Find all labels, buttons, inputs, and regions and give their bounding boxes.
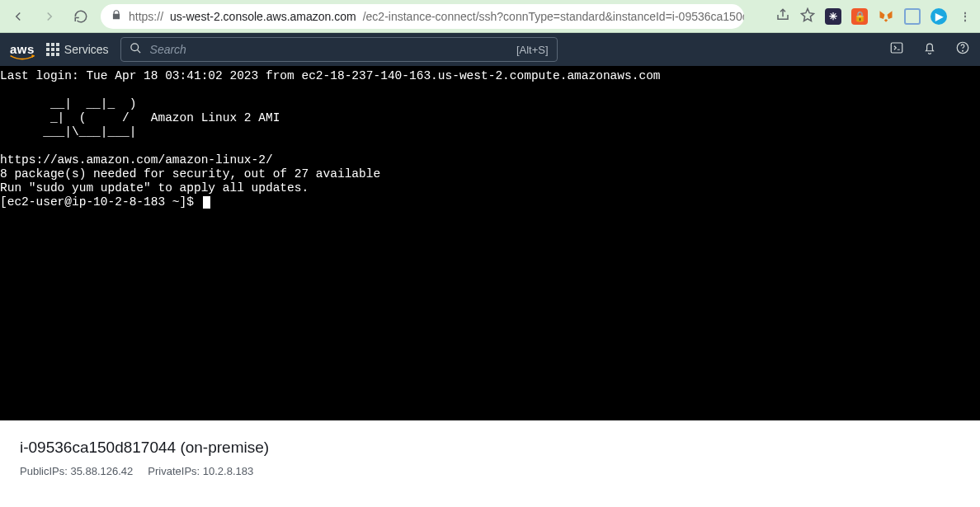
svg-point-0 xyxy=(130,44,138,51)
overflow-menu-icon[interactable]: ⋮ xyxy=(957,8,973,25)
search-placeholder: Search xyxy=(150,43,508,56)
extension-icon-3[interactable] xyxy=(878,8,894,25)
public-ips: PublicIPs: 35.88.126.42 xyxy=(20,465,133,477)
terminal-last-login: Last login: Tue Apr 18 03:41:02 2023 fro… xyxy=(0,69,661,82)
terminal-ascii-line2: _| ( / Amazon Linux 2 AMI xyxy=(0,111,280,124)
terminal-prompt: [ec2-user@ip-10-2-8-183 ~]$ xyxy=(0,195,201,209)
share-icon[interactable] xyxy=(775,7,790,26)
forward-button[interactable] xyxy=(38,5,61,28)
aws-swoosh-icon xyxy=(8,54,36,61)
search-icon xyxy=(130,42,142,57)
terminal-link: https://aws.amazon.com/amazon-linux-2/ xyxy=(0,153,273,167)
ssh-terminal[interactable]: Last login: Tue Apr 18 03:41:02 2023 fro… xyxy=(0,66,980,420)
cloudshell-icon[interactable] xyxy=(889,40,904,59)
private-ips: PrivateIPs: 10.2.8.183 xyxy=(148,465,253,477)
reload-button[interactable] xyxy=(69,5,92,28)
instance-label: i-09536ca150d817044 (on-premise) xyxy=(20,439,960,457)
address-bar[interactable]: https://us-west-2.console.aws.amazon.com… xyxy=(101,4,744,29)
search-shortcut: [Alt+S] xyxy=(516,44,549,56)
aws-logo[interactable]: aws xyxy=(10,42,35,58)
extension-icon-4[interactable] xyxy=(904,8,921,25)
terminal-ascii-line3: ___|\___|___| xyxy=(0,125,136,138)
help-icon[interactable] xyxy=(955,40,970,59)
terminal-ascii-line1: __| __|_ ) xyxy=(0,97,136,110)
bookmark-icon[interactable] xyxy=(800,7,815,26)
terminal-security: 8 package(s) needed for security, out of… xyxy=(0,167,380,181)
instance-footer: i-09536ca150d817044 (on-premise) PublicI… xyxy=(0,420,980,507)
terminal-cursor xyxy=(203,196,210,209)
aws-search[interactable]: Search [Alt+S] xyxy=(120,37,558,62)
back-button[interactable] xyxy=(7,5,30,28)
lock-icon xyxy=(111,9,122,23)
extension-icon-2[interactable]: 🔒 xyxy=(851,8,868,25)
url-path: /ec2-instance-connect/ssh?connType=stand… xyxy=(363,10,744,23)
services-label: Services xyxy=(64,43,109,56)
services-menu[interactable]: Services xyxy=(46,43,109,56)
extension-icon-5[interactable]: ▶ xyxy=(931,8,947,25)
browser-chrome: https://us-west-2.console.aws.amazon.com… xyxy=(0,0,980,33)
url-host: us-west-2.console.aws.amazon.com xyxy=(170,10,356,23)
terminal-update-hint: Run "sudo yum update" to apply all updat… xyxy=(0,181,309,195)
notifications-icon[interactable] xyxy=(922,40,937,59)
grid-icon xyxy=(46,43,59,56)
svg-point-3 xyxy=(963,50,964,51)
aws-top-nav: aws Services Search [Alt+S] xyxy=(0,33,980,66)
extension-icon-1[interactable]: ✳ xyxy=(825,8,841,25)
url-prefix: https:// xyxy=(129,10,163,23)
